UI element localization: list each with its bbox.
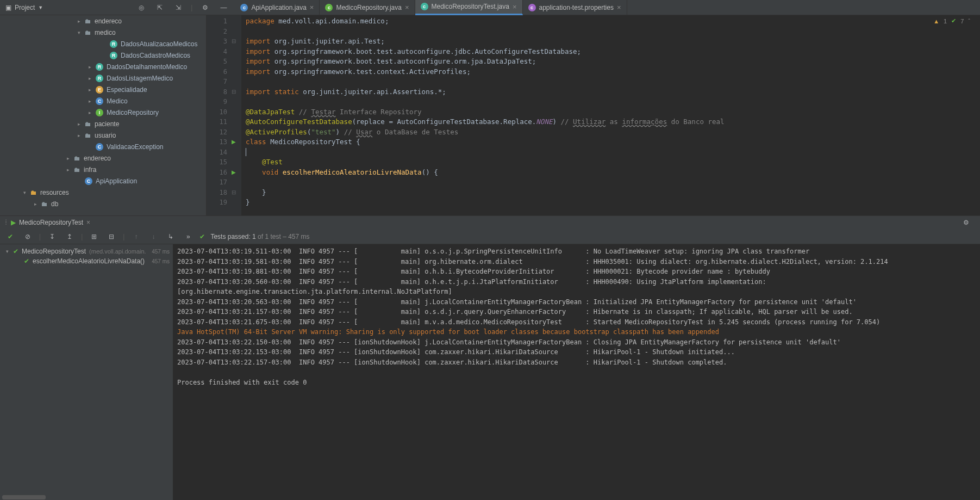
line-number: 18 — [207, 188, 227, 198]
chevron-icon[interactable]: ▸ — [65, 167, 71, 172]
chevron-icon[interactable]: ▸ — [76, 133, 82, 138]
tree-item[interactable]: ▸🖿db — [0, 198, 206, 209]
gear-icon[interactable]: ⚙ — [963, 217, 975, 229]
check-icon: ✔ — [951, 17, 956, 24]
tree-item[interactable]: ▸🖿infra — [0, 164, 206, 175]
fold-icon[interactable]: ⊟ — [232, 189, 236, 195]
tree-item[interactable]: ▸🖿endereco — [0, 15, 206, 27]
prev-icon[interactable]: ↑ — [130, 231, 142, 243]
show-ignored-icon[interactable]: ⊘ — [22, 231, 34, 243]
tree-item-label: paciente — [95, 120, 119, 128]
interface-icon: I — [96, 109, 103, 116]
chevron-icon[interactable]: ▸ — [87, 110, 92, 115]
line-number: 3 — [207, 36, 227, 47]
test-tree[interactable]: ▾✔MedicoRepositoryTest(med.voll.api.doma… — [0, 244, 173, 500]
fold-icon[interactable]: ⊟ — [232, 89, 236, 95]
sort-alpha-icon[interactable]: ↥ — [64, 231, 76, 243]
chevron-icon[interactable]: ▾ — [22, 190, 27, 195]
tree-item[interactable]: ▾🖿resources — [0, 187, 206, 198]
editor-tab[interactable]: cApiApplication.java× — [235, 0, 320, 15]
tree-item[interactable]: ▸🖿paciente — [0, 118, 206, 129]
scrollbar-horizontal[interactable] — [0, 495, 173, 500]
tree-item[interactable]: ▾🖿medico — [0, 27, 206, 38]
chevron-icon[interactable]: ▸ — [65, 156, 71, 161]
close-icon[interactable]: × — [617, 3, 621, 11]
inspection-widget[interactable]: ▲ 1 ✔ 7 ˆ — [933, 17, 970, 24]
tree-item[interactable]: ▸RDadosDetalhamentoMedico — [0, 61, 206, 72]
chevron-icon[interactable]: ▸ — [87, 98, 92, 104]
chevron-icon[interactable]: ▸ — [76, 18, 82, 24]
collapse-all-icon[interactable]: ⊟ — [105, 231, 117, 243]
chevron-icon[interactable]: ▸ — [87, 87, 92, 92]
tree-item-label: medico — [95, 29, 116, 36]
test-item[interactable]: ▾✔MedicoRepositoryTest(med.voll.api.doma… — [0, 246, 173, 256]
editor-tab[interactable]: capplication-test.properties× — [523, 0, 627, 15]
file-icon: c — [240, 4, 248, 11]
console-line: 2023-07-04T13:03:22.157-03:00 INFO 4957 … — [177, 357, 976, 368]
tree-item[interactable]: CValidacaoException — [0, 141, 206, 152]
target-icon[interactable]: ◎ — [135, 2, 147, 14]
code-line: package med.voll.api.domain.medico; — [246, 16, 980, 27]
test-status: Tests passed: 1 of 1 test – 457 ms — [210, 233, 309, 240]
chevron-icon[interactable]: ▸ — [76, 121, 82, 127]
tree-item[interactable]: ▸CMedico — [0, 95, 206, 107]
chevron-icon[interactable]: ▾ — [4, 249, 10, 254]
run-tab[interactable]: ▶ MedicoRepositoryTest × — [11, 219, 90, 226]
tree-item[interactable]: ▸EEspecialidade — [0, 84, 206, 95]
tree-item[interactable]: ▸IMedicoRepository — [0, 107, 206, 118]
next-icon[interactable]: ↓ — [147, 231, 159, 243]
line-number: 11 — [207, 117, 227, 127]
folder-icon: 🖿 — [85, 120, 91, 128]
project-tool-label[interactable]: ▣ Project ▼ — [0, 4, 48, 11]
close-icon[interactable]: × — [310, 3, 314, 11]
expand-icon[interactable]: ⇱ — [154, 2, 166, 14]
code-line: import org.springframework.boot.test.aut… — [246, 57, 980, 67]
close-icon[interactable]: × — [405, 3, 409, 11]
run-gutter-icon[interactable]: ▶ — [232, 139, 236, 145]
chevron-icon[interactable]: ▸ — [87, 64, 92, 70]
tree-item[interactable]: RDadosCadastroMedicos — [0, 50, 206, 61]
code-editor[interactable]: 12345678910111213141516171819 ⊟⊟▶▶⊟ pack… — [207, 15, 980, 215]
sort-icon[interactable]: ↧ — [46, 231, 58, 243]
project-tree[interactable]: ▸🖿endereco▾🖿medicoRDadosAtualizacaoMedic… — [0, 15, 207, 215]
more-icon[interactable]: » — [182, 231, 194, 243]
code-area[interactable]: package med.voll.api.domain.medico; impo… — [241, 15, 980, 215]
test-time: 457 ms — [152, 258, 170, 264]
warning-icon: ▲ — [933, 18, 939, 24]
chevron-icon[interactable]: ▾ — [76, 30, 82, 35]
close-icon[interactable]: × — [86, 219, 90, 226]
tree-item[interactable]: RDadosAtualizacaoMedicos — [0, 38, 206, 50]
code-line: void escolherMedicoAleatorioLivreNaData(… — [246, 168, 980, 178]
run-tab-handle[interactable]: ⦙ — [5, 219, 7, 226]
chevron-icon[interactable]: ▸ — [87, 76, 92, 81]
expand-all-icon[interactable]: ⊞ — [88, 231, 100, 243]
gear-icon[interactable]: ⚙ — [199, 2, 211, 14]
ok-count: 7 — [960, 18, 964, 24]
code-line — [246, 177, 980, 188]
code-line: @DataJpaTest // Testar Interface Reposit… — [246, 107, 980, 118]
minimize-icon[interactable]: — — [217, 2, 229, 14]
console-output[interactable]: 2023-07-04T13:03:19.511-03:00 INFO 4957 … — [173, 244, 980, 500]
code-line: } — [246, 188, 980, 198]
collapse-icon[interactable]: ⇲ — [172, 2, 184, 14]
tree-item[interactable]: CApiApplication — [0, 175, 206, 187]
code-line: @ActiveProfiles("test") // Usar o DataBa… — [246, 127, 980, 138]
line-number: 8 — [207, 87, 227, 97]
editor-tab[interactable]: cMedicoRepositoryTest.java× — [415, 0, 523, 15]
tree-item[interactable]: ▸🖿endereco — [0, 152, 206, 164]
tree-item[interactable]: ▸🖿usuario — [0, 129, 206, 141]
scrollbar-thumb[interactable] — [2, 495, 46, 499]
editor-tab[interactable]: cMedicoRepository.java× — [320, 0, 415, 15]
show-passed-icon[interactable]: ✔ — [4, 231, 16, 243]
export-icon[interactable]: ↳ — [165, 231, 177, 243]
chevron-icon[interactable]: ▸ — [33, 201, 38, 207]
run-tab-label: MedicoRepositoryTest — [19, 219, 83, 226]
tree-item-label: Medico — [107, 97, 128, 105]
run-gutter-icon[interactable]: ▶ — [232, 169, 236, 175]
close-icon[interactable]: × — [513, 3, 517, 11]
test-item[interactable]: ✔escolherMedicoAleatorioLivreNaData()457… — [0, 256, 173, 266]
tree-item-label: ApiApplication — [96, 177, 137, 185]
tree-item-label: DadosListagemMedico — [107, 75, 173, 82]
tree-item[interactable]: ▸RDadosListagemMedico — [0, 72, 206, 84]
fold-icon[interactable]: ⊟ — [232, 38, 236, 44]
